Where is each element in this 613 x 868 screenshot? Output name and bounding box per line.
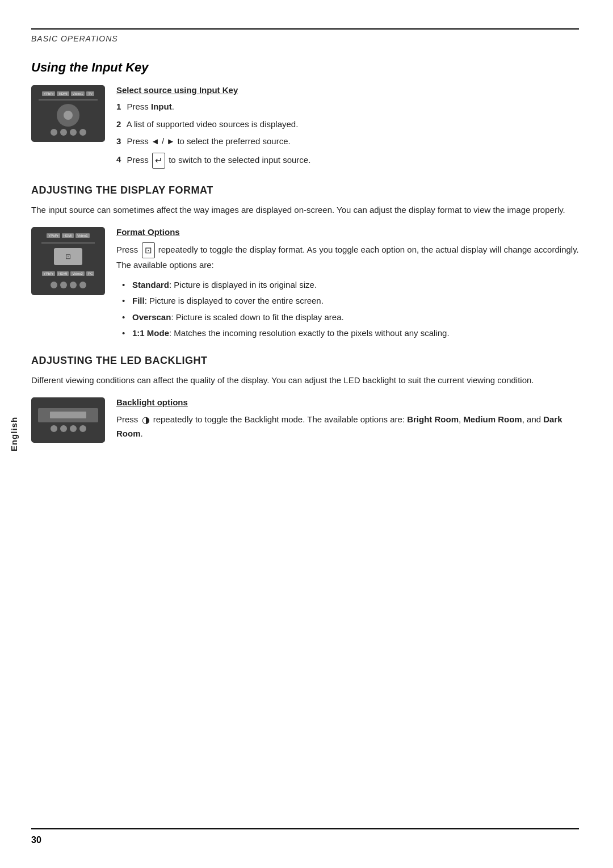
format-remote-btn-highlight: ⊡	[54, 248, 82, 265]
format-btn-icon: ⊡	[142, 242, 155, 258]
step-num: 3	[116, 136, 121, 146]
format-label-strip-2: YPbPr HDMI Video2 PC	[42, 271, 95, 276]
bold-bright-room: Bright Room	[407, 414, 459, 424]
step-1: 1 Press Input.	[116, 100, 579, 114]
dot	[70, 282, 77, 288]
bold-overscan: Overscan	[132, 312, 171, 322]
dot	[79, 425, 86, 432]
format-options-text: Format Options Press ⊡ repeatedly to tog…	[116, 227, 579, 343]
chip: Video1	[75, 233, 90, 238]
remote-dot	[60, 129, 67, 136]
format-icon: ⊡	[65, 253, 71, 261]
input-key-text: Select source using Input Key 1 Press In…	[116, 85, 579, 173]
backlight-options-desc: Press ◑ repeatedly to toggle the Backlig…	[116, 413, 579, 441]
remote-image-1: YPbPr HDMI Video1 TV	[31, 85, 105, 142]
format-options-list: Standard: Picture is displayed in its or…	[122, 279, 579, 340]
section-display-format: ADJUSTING THE DISPLAY FORMAT The input s…	[31, 184, 579, 343]
display-format-body: The input source can sometimes affect th…	[31, 203, 579, 217]
remote-dot-row	[51, 129, 86, 136]
step-3: 3 Press ◄ / ► to select the preferred so…	[116, 135, 579, 148]
dot	[79, 282, 86, 288]
input-key-subsection-heading: Select source using Input Key	[116, 85, 579, 95]
format-options-content-row: YPbPr HDMI Video1 ⊡ YPbPr HDMI Video2	[31, 227, 579, 343]
step-num: 4	[116, 154, 121, 164]
chip: HDMI	[57, 271, 69, 276]
chip: YPbPr	[47, 233, 60, 238]
backlight-options-heading: Backlight options	[116, 397, 579, 407]
backlight-screen-inner	[50, 412, 86, 418]
bullet-fill: Fill: Picture is displayed to cover the …	[122, 295, 579, 308]
format-options-heading: Format Options	[116, 227, 579, 237]
backlight-screen-area	[38, 408, 98, 422]
remote-chip: YPbPr	[42, 91, 55, 96]
format-image-box: YPbPr HDMI Video1 ⊡ YPbPr HDMI Video2	[31, 227, 105, 295]
input-key-image-box: YPbPr HDMI Video1 TV	[31, 85, 105, 142]
section-backlight: ADJUSTING THE LED BACKLIGHT Different vi…	[31, 355, 579, 443]
dot	[70, 425, 77, 432]
step-num: 1	[116, 102, 121, 111]
bold-medium-room: Medium Room	[463, 414, 522, 424]
bold-fill: Fill	[132, 296, 145, 305]
chip: HDMI	[62, 233, 74, 238]
remote-dot	[79, 129, 86, 136]
header-category: BASIC OPERATIONS	[31, 34, 579, 43]
input-key-content-row: YPbPr HDMI Video1 TV	[31, 85, 579, 173]
remote-chip: Video1	[71, 91, 85, 96]
bold-standard: Standard	[132, 280, 169, 290]
section-input-key: Using the Input Key YPbPr HDMI Video1 TV	[31, 60, 579, 173]
remote-chip: HDMI	[57, 91, 69, 96]
step-2: 2 A list of supported video sources is d…	[116, 118, 579, 131]
input-key-title: Using the Input Key	[31, 60, 579, 75]
chip: YPbPr	[42, 271, 55, 276]
backlight-heading: ADJUSTING THE LED BACKLIGHT	[31, 355, 579, 367]
dot	[60, 425, 67, 432]
bold-mode: 1:1 Mode	[132, 328, 169, 338]
bullet-overscan: Overscan: Picture is scaled down to fit …	[122, 311, 579, 324]
dot	[60, 282, 67, 288]
input-key-steps-list: 1 Press Input. 2 A list of supported vid…	[116, 100, 579, 169]
remote-nav-inner	[64, 111, 73, 120]
dot	[51, 282, 57, 288]
remote-label-strip: YPbPr HDMI Video1 TV	[42, 91, 94, 96]
format-label-strip: YPbPr HDMI Video1	[47, 233, 89, 238]
backlight-options-text: Backlight options Press ◑ repeatedly to …	[116, 397, 579, 441]
remote-image-3	[31, 397, 105, 443]
main-content: BASIC OPERATIONS Using the Input Key YPb…	[31, 0, 579, 488]
step-4: 4 Press ↵ to switch to the selected inpu…	[116, 153, 579, 169]
remote-image-2: YPbPr HDMI Video1 ⊡ YPbPr HDMI Video2	[31, 227, 105, 295]
bullet-mode: 1:1 Mode: Matches the incoming resolutio…	[122, 327, 579, 340]
remote-chip: TV	[86, 91, 94, 96]
top-header: BASIC OPERATIONS	[31, 28, 579, 43]
remote-dot	[70, 129, 77, 136]
chip: PC	[86, 271, 94, 276]
bullet-standard: Standard: Picture is displayed in its or…	[122, 279, 579, 292]
format-options-desc: Press ⊡ repeatedly to toggle the display…	[116, 242, 579, 272]
remote-nav	[57, 104, 79, 127]
backlight-content-row: Backlight options Press ◑ repeatedly to …	[31, 397, 579, 443]
enter-icon: ↵	[152, 153, 165, 169]
step-num: 2	[116, 119, 121, 129]
backlight-icon: ◑	[142, 413, 150, 427]
bottom-bar: 30	[31, 828, 579, 845]
display-format-heading: ADJUSTING THE DISPLAY FORMAT	[31, 184, 579, 196]
page-container: English BASIC OPERATIONS Using the Input…	[0, 0, 613, 868]
page-number: 30	[31, 835, 579, 845]
backlight-image-box	[31, 397, 105, 443]
remote-dot	[51, 129, 57, 136]
backlight-dot-row	[51, 425, 86, 432]
chip: Video2	[70, 271, 85, 276]
step-bold: Input	[151, 102, 172, 111]
dot	[51, 425, 57, 432]
format-dot-row	[51, 282, 86, 288]
backlight-body: Different viewing conditions can affect …	[31, 374, 579, 387]
sidebar-label: English	[10, 417, 19, 451]
